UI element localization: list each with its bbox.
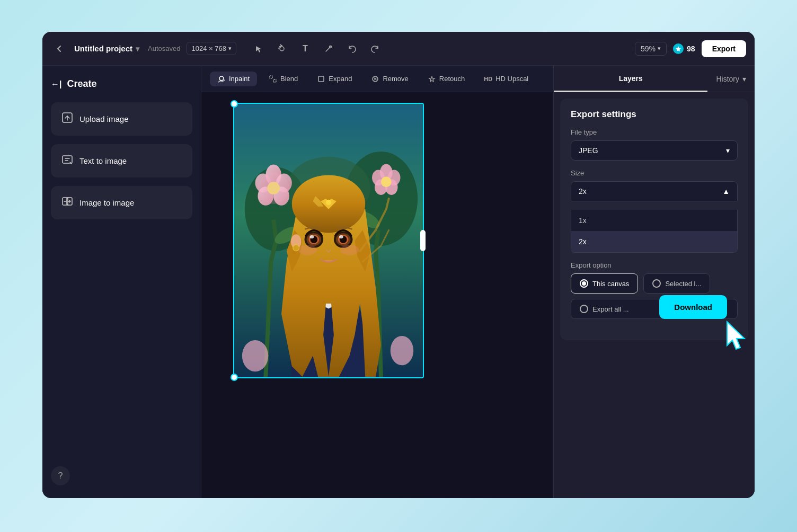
zoom-control[interactable]: 59% ▾: [635, 42, 667, 56]
toolbar-expand[interactable]: Expand: [309, 72, 359, 86]
radio-selected: [652, 279, 661, 288]
help-button[interactable]: ?: [51, 466, 70, 485]
toolbar-inpaint[interactable]: Inpaint: [210, 72, 257, 86]
svg-point-54: [340, 245, 359, 255]
radio-this-canvas: [580, 279, 588, 288]
svg-point-0: [280, 47, 284, 51]
svg-point-57: [326, 200, 331, 205]
size-label: Size: [571, 169, 738, 177]
export-button[interactable]: Export: [702, 40, 746, 57]
image-to-image-icon: [61, 196, 73, 210]
redo-button[interactable]: [368, 41, 383, 56]
upload-icon: [61, 112, 73, 126]
svg-point-21: [267, 182, 280, 194]
main-content: ←| Create Upload image: [42, 66, 755, 498]
cursor-arrow: [719, 316, 751, 353]
export-option-selected[interactable]: Selected l...: [643, 273, 710, 294]
undo-button[interactable]: [344, 41, 359, 56]
svg-point-58: [242, 340, 268, 371]
right-panel: Layers History ▾ Export settings File ty…: [553, 66, 755, 498]
toolbar-remove[interactable]: Remove: [364, 72, 415, 86]
selection-handle-bl[interactable]: [231, 374, 238, 381]
anime-artwork: [234, 104, 423, 377]
svg-point-47: [309, 235, 314, 238]
file-type-selector[interactable]: JPEG ▾: [571, 140, 738, 161]
size-option-1x[interactable]: 1x: [571, 210, 737, 231]
svg-point-56: [293, 245, 299, 251]
tab-history[interactable]: History ▾: [707, 66, 755, 92]
sidebar: ←| Create Upload image: [42, 66, 201, 498]
download-button[interactable]: Download: [659, 295, 727, 319]
app-window: Untitled project ▾ Autosaved 1024 × 768 …: [42, 32, 755, 498]
autosaved-label: Autosaved: [148, 45, 180, 52]
export-option-this-canvas[interactable]: This canvas: [571, 273, 638, 294]
header-right: 59% ▾ 98 Export: [635, 40, 746, 57]
svg-point-52: [339, 235, 343, 238]
canvas-image: [234, 104, 423, 377]
toolbar-retouch[interactable]: Retouch: [420, 72, 472, 86]
back-button[interactable]: [51, 40, 68, 57]
svg-point-59: [391, 336, 414, 365]
svg-rect-8: [273, 79, 276, 82]
header: Untitled project ▾ Autosaved 1024 × 768 …: [42, 32, 755, 66]
select-tool[interactable]: [251, 41, 266, 56]
export-option-label: Export option: [571, 261, 738, 269]
header-tools: T: [251, 41, 383, 56]
svg-rect-9: [318, 76, 324, 82]
canvas-selection: [233, 103, 424, 378]
svg-rect-3: [63, 156, 72, 163]
image-to-image-button[interactable]: Image to image: [51, 186, 192, 219]
canvas-viewport[interactable]: [201, 92, 553, 498]
export-settings-panel: Export settings File type JPEG ▾ Size 2x…: [560, 99, 748, 340]
selection-handle-right[interactable]: [420, 230, 426, 251]
svg-point-6: [219, 76, 224, 81]
upload-image-button[interactable]: Upload image: [51, 102, 192, 136]
size-selector[interactable]: 2x ▲: [571, 181, 738, 201]
rotate-tool[interactable]: [274, 41, 289, 56]
tab-layers[interactable]: Layers: [554, 66, 707, 92]
svg-rect-7: [270, 76, 272, 78]
toolbar-upscal[interactable]: HD HD Upscal: [476, 72, 536, 86]
toolbar-row: Inpaint Blend Expand: [201, 66, 553, 92]
text-to-image-button[interactable]: Text to image: [51, 144, 192, 178]
toolbar-blend[interactable]: Blend: [261, 72, 305, 86]
file-type-label: File type: [571, 128, 738, 136]
size-dropdown: 1x 2x: [571, 210, 738, 253]
sidebar-title: ←| Create: [51, 78, 192, 90]
export-options: This canvas Selected l...: [571, 273, 738, 294]
selection-handle-tl[interactable]: [231, 100, 238, 108]
canvas-area: Inpaint Blend Expand: [201, 66, 553, 498]
project-name[interactable]: Untitled project ▾: [74, 44, 139, 53]
export-settings-title: Export settings: [571, 109, 738, 120]
credits-display: 98: [673, 43, 695, 54]
svg-point-53: [298, 245, 317, 255]
svg-point-27: [381, 176, 392, 187]
pen-tool[interactable]: [321, 41, 336, 56]
text-to-image-icon: [61, 154, 73, 168]
radio-all: [580, 305, 588, 313]
canvas-size-selector[interactable]: 1024 × 768 ▾: [187, 42, 236, 55]
credits-icon: [673, 43, 684, 54]
size-option-2x[interactable]: 2x: [571, 231, 737, 252]
panel-tabs: Layers History ▾: [554, 66, 755, 92]
text-tool[interactable]: T: [298, 41, 313, 56]
